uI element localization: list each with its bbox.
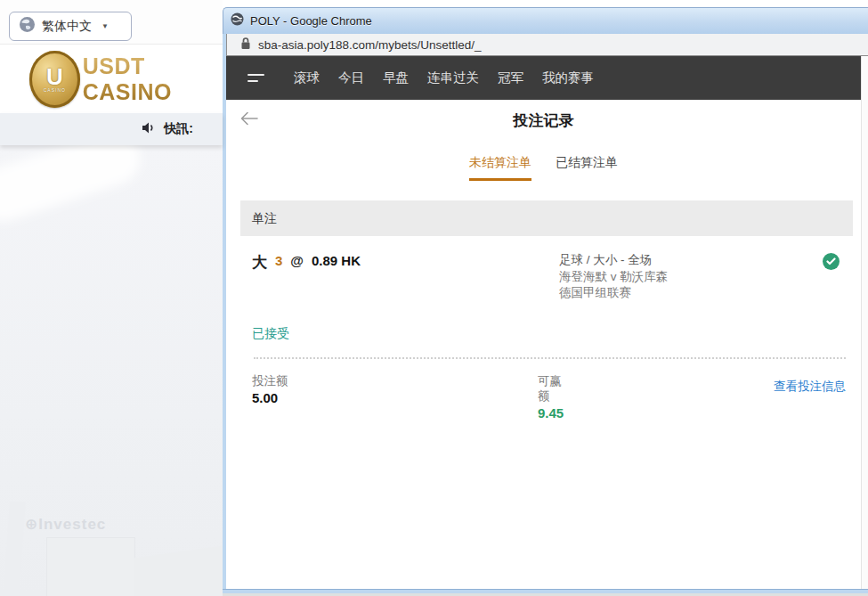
casino-sidebar: 繁体中文 ▼ U CASINO USDT CASINO 快訊: ⊕Inv <box>0 0 223 596</box>
lock-icon <box>240 37 251 53</box>
nav-item-parlay[interactable]: 连串过关 <box>427 69 479 86</box>
sidebar-background: ⊕Investec <box>0 145 223 596</box>
poly-favicon-icon <box>231 12 244 29</box>
nav-item-live[interactable]: 滚球 <box>294 69 320 86</box>
background-banner <box>1 502 26 596</box>
filter-menu-icon[interactable] <box>247 73 264 84</box>
dotted-divider <box>254 357 846 359</box>
tab-unsettled[interactable]: 未结算注单 <box>469 155 531 181</box>
background-stand <box>134 543 223 596</box>
nav-item-early[interactable]: 早盘 <box>383 69 409 86</box>
bet-row: 大 3 @ 0.89 HK 足球 / 大小 - 全场 海登海默 v 勒沃库森 德… <box>240 252 853 302</box>
investec-watermark: ⊕Investec <box>25 515 106 534</box>
window-left-border <box>223 34 226 589</box>
potential-win-column: 可赢额 9.45 <box>538 373 774 420</box>
speaker-icon <box>142 121 157 138</box>
screenshot-root: 繁体中文 ▼ U CASINO USDT CASINO 快訊: ⊕Inv <box>0 0 868 596</box>
section-header-single-bet: 单注 <box>240 200 853 236</box>
caret-down-icon: ▼ <box>101 22 109 30</box>
tab-settled[interactable]: 已结算注单 <box>556 155 618 181</box>
scrollbar[interactable] <box>861 56 868 589</box>
logo-ball-letter: U <box>46 66 63 87</box>
casino-logo[interactable]: U CASINO USDT CASINO <box>0 45 223 113</box>
nav-item-my-events[interactable]: 我的赛事 <box>542 69 594 86</box>
logo-wordmark: USDT CASINO <box>83 53 223 105</box>
language-label: 繁体中文 <box>42 19 92 35</box>
sidebar-top-strip: 繁体中文 ▼ <box>0 0 223 45</box>
bet-market: 足球 / 大小 - 全场 <box>559 252 813 269</box>
stake-label: 投注额 <box>252 373 538 388</box>
nav-item-today[interactable]: 今日 <box>338 69 364 86</box>
bet-status: 已接受 <box>240 326 853 342</box>
chrome-popup-window: POLY - Google Chrome sba-asia.poly188.co… <box>223 7 868 593</box>
address-bar[interactable]: sba-asia.poly188.com/mybets/Unsettled/_ <box>226 34 868 56</box>
bet-at-sign: @ <box>290 252 304 268</box>
globe-icon <box>19 16 36 37</box>
bet-match: 海登海默 v 勒沃库森 <box>559 269 813 286</box>
bet-line: 3 <box>275 252 282 268</box>
check-circle-icon <box>823 252 840 302</box>
tabs-bar: 未结算注单 已结算注单 <box>226 155 861 181</box>
view-bet-details-link[interactable]: 查看投注信息 <box>774 379 846 420</box>
bet-selection-group: 大 3 @ 0.89 HK <box>252 252 559 302</box>
logo-ball-subtext: CASINO <box>44 87 66 93</box>
nav-item-outright[interactable]: 冠军 <box>498 69 523 86</box>
page-header: 投注记录 <box>226 100 861 141</box>
win-value: 9.45 <box>538 405 774 420</box>
stake-column: 投注额 5.00 <box>252 373 538 420</box>
bet-event-info: 足球 / 大小 - 全场 海登海默 v 勒沃库森 德国甲组联赛 <box>559 252 813 302</box>
news-label: 快訊: <box>164 121 193 137</box>
bet-odds: 0.89 HK <box>312 252 361 268</box>
url-text: sba-asia.poly188.com/mybets/Unsettled/_ <box>258 38 482 52</box>
sports-navbar: 滚球 今日 早盘 连串过关 冠军 我的赛事 <box>226 56 861 100</box>
news-ticker-bar: 快訊: <box>0 113 223 145</box>
window-title: POLY - Google Chrome <box>250 14 372 28</box>
bet-records-page: 投注记录 未结算注单 已结算注单 单注 大 3 @ 0.89 HK 足球 / 大… <box>226 100 861 589</box>
background-streak <box>0 145 147 228</box>
stake-row: 投注额 5.00 可赢额 9.45 查看投注信息 <box>240 373 853 420</box>
window-titlebar[interactable]: POLY - Google Chrome <box>223 7 868 34</box>
logo-ball-icon: U CASINO <box>29 51 80 108</box>
bet-sheet: 单注 大 3 @ 0.89 HK 足球 / 大小 - 全场 海登海默 v 勒沃库… <box>240 200 853 420</box>
language-selector-button[interactable]: 繁体中文 ▼ <box>9 12 132 41</box>
bet-selection: 大 <box>252 252 267 273</box>
nav-items: 滚球 今日 早盘 连串过关 冠军 我的赛事 <box>294 69 594 86</box>
background-scoreboard <box>46 537 135 596</box>
page-title: 投注记录 <box>226 110 861 131</box>
bet-league: 德国甲组联赛 <box>559 285 813 302</box>
win-label: 可赢额 <box>538 373 568 404</box>
stake-value: 5.00 <box>252 390 538 405</box>
